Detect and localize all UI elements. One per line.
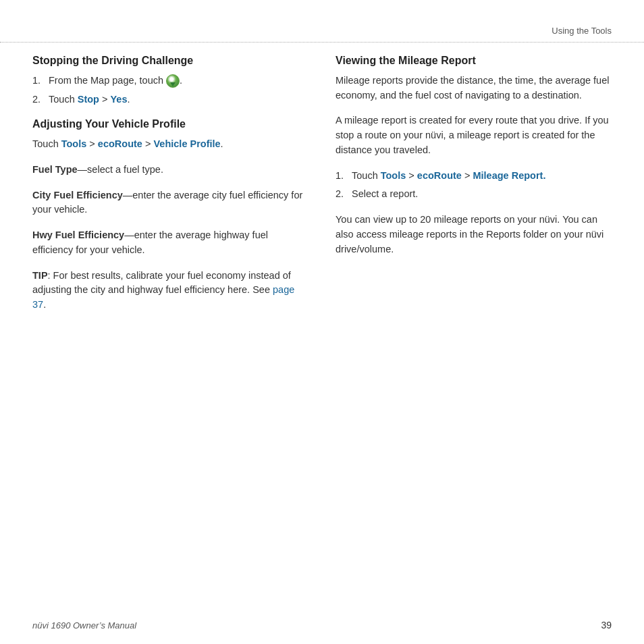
right-column: Viewing the Mileage Report Mileage repor… — [336, 54, 612, 603]
step-1-content: From the Map page, touch . — [49, 74, 308, 88]
city-fuel-emdash: — — [123, 190, 133, 200]
step-1-text-before: From the Map page, touch — [49, 75, 166, 86]
mileage-steps: 1. Touch Tools > ecoRoute > Mileage Repo… — [336, 169, 612, 203]
fuel-type-emdash: — — [78, 164, 88, 175]
step-2-num: 2. — [32, 92, 49, 107]
vehicle-profile-link[interactable]: Vehicle Profile — [153, 138, 220, 149]
footer: nüvi 1690 Owner’s Manual 39 — [32, 620, 612, 630]
fuel-type-term: Fuel Type — [32, 164, 78, 175]
section-vehicle-title: Adjusting Your Vehicle Profile — [32, 117, 308, 132]
mileage-step-1-content: Touch Tools > ecoRoute > Mileage Report. — [352, 169, 612, 184]
mileage-para-2: A mileage report is created for every ro… — [336, 113, 612, 157]
footer-page-number: 39 — [601, 620, 612, 630]
tip-text-after: . — [43, 299, 46, 310]
stopping-steps: 1. From the Map page, touch . 2. Touch S… — [32, 74, 308, 107]
mileage-step-1: 1. Touch Tools > ecoRoute > Mileage Repo… — [336, 169, 612, 184]
tip-text: : For best results, calibrate your fuel … — [32, 270, 291, 296]
vehicle-profile-body: Touch Tools > ecoRoute > Vehicle Profile… — [32, 137, 308, 152]
section-stopping-title: Stopping the Driving Challenge — [32, 54, 308, 68]
stop-link[interactable]: Stop — [78, 94, 99, 105]
ecoroute-link-2[interactable]: ecoRoute — [417, 170, 462, 181]
left-column: Stopping the Driving Challenge 1. From t… — [32, 54, 308, 603]
page: Using the Tools Stopping the Driving Cha… — [0, 0, 644, 644]
tip-section: TIP: For best results, calibrate your fu… — [32, 269, 308, 313]
mileage-step-2-num: 2. — [336, 187, 352, 202]
mileage-step-1-num: 1. — [336, 169, 352, 184]
footer-manual-title: nüvi 1690 Owner’s Manual — [32, 620, 136, 630]
main-content: Stopping the Driving Challenge 1. From t… — [32, 54, 612, 603]
hwy-fuel-term: Hwy Fuel Efficiency — [32, 230, 124, 240]
stopping-step-1: 1. From the Map page, touch . — [32, 74, 308, 88]
tip-label: TIP — [32, 270, 48, 281]
mileage-step-2-text: Select a report. — [352, 187, 612, 202]
stopping-step-2: 2. Touch Stop > Yes. — [32, 92, 308, 107]
mileage-step-2: 2. Select a report. — [336, 187, 612, 202]
step-2-content: Touch Stop > Yes. — [49, 92, 308, 107]
nav-icon — [166, 74, 180, 88]
ecoroute-link-1[interactable]: ecoRoute — [98, 138, 142, 149]
fuel-type-section: Fuel Type—select a fuel type. — [32, 163, 308, 178]
tools-link-2[interactable]: Tools — [381, 170, 406, 181]
city-fuel-term: City Fuel Efficiency — [32, 190, 123, 200]
fuel-type-text: select a fuel type. — [87, 164, 163, 175]
mileage-report-link[interactable]: Mileage Report. — [473, 170, 545, 181]
mileage-para-1: Mileage reports provide the distance, th… — [336, 74, 612, 103]
hwy-fuel-section: Hwy Fuel Efficiency—enter the average hi… — [32, 228, 308, 258]
mileage-para-3: You can view up to 20 mileage reports on… — [336, 213, 612, 257]
tools-link-1[interactable]: Tools — [61, 138, 87, 149]
header-title: Using the Tools — [552, 26, 612, 36]
section-mileage-title: Viewing the Mileage Report — [336, 54, 612, 68]
step-1-num: 1. — [32, 74, 49, 88]
hwy-fuel-emdash: — — [124, 230, 134, 240]
city-fuel-section: City Fuel Efficiency—enter the average c… — [32, 188, 308, 218]
header-divider — [0, 42, 644, 43]
step-1-text-after: . — [180, 75, 182, 86]
yes-link[interactable]: Yes — [110, 94, 127, 105]
